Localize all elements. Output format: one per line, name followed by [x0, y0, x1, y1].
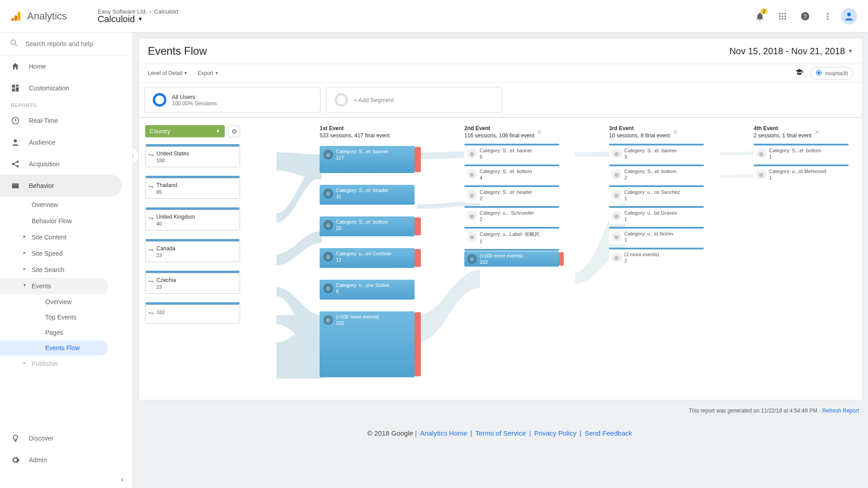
- nav-site-search[interactable]: Site Search: [0, 262, 108, 278]
- event-node[interactable]: ◎(>100 more events)102: [464, 251, 559, 267]
- nav-events-flow[interactable]: Events Flow: [0, 340, 108, 356]
- person-icon: [11, 138, 20, 147]
- search-input[interactable]: [25, 40, 123, 47]
- event-category-icon: ◎: [323, 283, 333, 293]
- event-node[interactable]: ◎Category: S...el: banner127: [320, 146, 415, 173]
- nav-realtime[interactable]: Real-Time: [0, 110, 122, 131]
- event-node[interactable]: ◎Category: u...ej Ilinčev1: [609, 229, 704, 244]
- svg-rect-21: [16, 85, 19, 87]
- nav-discover[interactable]: Discover: [0, 427, 122, 449]
- remove-step-button[interactable]: ✕: [673, 128, 678, 136]
- dropoff-indicator: [559, 252, 564, 266]
- nav-admin[interactable]: Admin: [0, 449, 122, 471]
- segment-all-users[interactable]: All Users 100.00% Sessions: [144, 87, 321, 113]
- event-node[interactable]: ◎(2 more events)2: [609, 250, 704, 265]
- user-avatar[interactable]: [841, 8, 857, 24]
- nav-customization[interactable]: Customization: [0, 77, 122, 99]
- event-node[interactable]: ◎Category: S...el: bottom1: [754, 146, 849, 161]
- footer-link-privacy[interactable]: Privacy Policy: [534, 429, 576, 437]
- event-node[interactable]: ◎Category: S...el: header2: [464, 188, 559, 203]
- caret-down-icon: ▼: [216, 129, 220, 134]
- svg-point-25: [14, 139, 17, 142]
- event-node[interactable]: ◎Category: u...yne Stobie8: [320, 280, 415, 300]
- donut-icon: [153, 93, 166, 107]
- source-node[interactable]: ⤳Thailand85: [145, 178, 240, 199]
- source-node[interactable]: ⤳United Kingdom40: [145, 210, 240, 230]
- event-node[interactable]: ◎Category: S...el: bottom4: [464, 167, 559, 182]
- source-node[interactable]: ⤳Canada23: [145, 241, 240, 262]
- app-header: Analytics Easy Software Ltd. › Calculoid…: [0, 0, 868, 33]
- apps-grid-button[interactable]: [773, 7, 792, 26]
- more-button[interactable]: [818, 7, 837, 26]
- share-icon: [11, 160, 20, 169]
- account-selector[interactable]: Easy Software Ltd. › Calculoid Calculoid…: [92, 8, 750, 24]
- event-node[interactable]: ◎Category: u...id Mehmood1: [754, 167, 849, 182]
- col3-title: 3rd Event: [609, 125, 670, 131]
- event-category-icon: ◎: [612, 232, 622, 242]
- nav-events-overview[interactable]: Overview: [0, 294, 108, 310]
- date-range-picker[interactable]: Nov 15, 2018 - Nov 21, 2018 ▼: [729, 46, 853, 56]
- nav-events[interactable]: Events: [0, 278, 108, 294]
- event-node[interactable]: ◎Category: u... Schroeder2: [464, 208, 559, 224]
- notifications-button[interactable]: 2: [750, 7, 769, 26]
- source-node[interactable]: ⤳182: [145, 305, 240, 324]
- nav-site-speed[interactable]: Site Speed: [0, 245, 108, 262]
- svg-point-32: [818, 72, 820, 74]
- report-title: Events Flow: [148, 45, 207, 57]
- event-node[interactable]: ◎Category: u...tal Graves1: [609, 208, 704, 224]
- svg-point-8: [784, 15, 786, 17]
- add-segment-button[interactable]: + Add Segment: [326, 87, 502, 113]
- svg-point-9: [779, 18, 781, 19]
- nav-events-pages[interactable]: Pages: [0, 325, 108, 340]
- flow-settings-button[interactable]: ⚙: [228, 126, 240, 137]
- footer-link-feedback[interactable]: Send Feedback: [585, 429, 632, 437]
- nav-behavior-flow[interactable]: Behavior Flow: [0, 213, 108, 229]
- report-generated-footer: This report was generated on 11/22/18 at…: [133, 406, 868, 418]
- nav-audience[interactable]: Audience: [0, 131, 122, 153]
- event-node[interactable]: ◎Category: u...os Sanchez1: [609, 188, 704, 203]
- footer-link-home[interactable]: Analytics Home: [420, 429, 467, 437]
- event-category-icon: ◎: [612, 253, 622, 263]
- source-node[interactable]: ⤳United States180: [145, 146, 240, 167]
- breadcrumb-view: Calculoid: [98, 14, 135, 24]
- nav-acquisition[interactable]: Acquisition: [0, 153, 122, 175]
- footer-link-tos[interactable]: Terms of Service: [476, 429, 526, 437]
- event-node[interactable]: ◎Category: S...el: bottom2: [609, 167, 704, 182]
- education-icon[interactable]: [795, 68, 804, 79]
- insights-icon: [815, 69, 822, 77]
- event-node[interactable]: ◎Category: S...el: banner3: [609, 146, 704, 161]
- dimension-selector[interactable]: Country ▼: [145, 125, 225, 137]
- event-category-icon: ◎: [467, 190, 477, 200]
- svg-text:?: ?: [803, 13, 807, 19]
- level-of-detail-dropdown[interactable]: Level of Detail▼: [148, 70, 188, 76]
- refresh-report-link[interactable]: Refresh Report: [822, 408, 859, 414]
- event-node[interactable]: ◎Category: S...el: header31: [320, 185, 415, 205]
- event-node[interactable]: ◎Category: S...el: banner5: [464, 146, 559, 161]
- event-node[interactable]: ◎(>100 more events)335: [320, 311, 415, 377]
- export-dropdown[interactable]: Export▼: [198, 70, 219, 76]
- event-category-icon: ◎: [612, 211, 622, 221]
- nav-publisher[interactable]: Publisher: [0, 356, 108, 372]
- main-content: Events Flow Nov 15, 2018 - Nov 21, 2018 …: [133, 33, 868, 488]
- remove-step-button[interactable]: ✕: [537, 128, 542, 136]
- insights-button[interactable]: Insights(8): [810, 67, 853, 80]
- nav-behavior-overview[interactable]: Overview: [0, 197, 108, 213]
- nav-behavior[interactable]: Behavior: [0, 175, 122, 197]
- event-node[interactable]: ◎Category: u...en Cochran12: [320, 248, 415, 268]
- event-category-icon: ◎: [612, 190, 622, 200]
- nav-events-top[interactable]: Top Events: [0, 310, 108, 325]
- flow-visualization[interactable]: ‹ ⌂ › + − Country ▼ ⚙ ⤳United States1: [138, 117, 863, 400]
- svg-point-28: [17, 165, 18, 167]
- nav-site-content[interactable]: Site Content: [0, 229, 108, 245]
- flow-arrow-icon: ⤳: [148, 278, 154, 285]
- event-node[interactable]: ◎Category: u...Label: 张晓武1: [464, 229, 559, 246]
- remove-step-button[interactable]: ✕: [814, 128, 820, 136]
- zoom-home-button[interactable]: ‹ ⌂ ›: [133, 145, 139, 167]
- event-category-icon: ◎: [323, 220, 333, 230]
- collapse-sidebar-button[interactable]: ‹: [121, 475, 123, 483]
- event-node[interactable]: ◎Category: S...el: bottom20: [320, 216, 415, 236]
- help-button[interactable]: ?: [796, 7, 815, 26]
- sidebar-search[interactable]: [0, 33, 132, 56]
- nav-home[interactable]: Home: [0, 56, 122, 77]
- source-node[interactable]: ⤳Czechia23: [145, 273, 240, 294]
